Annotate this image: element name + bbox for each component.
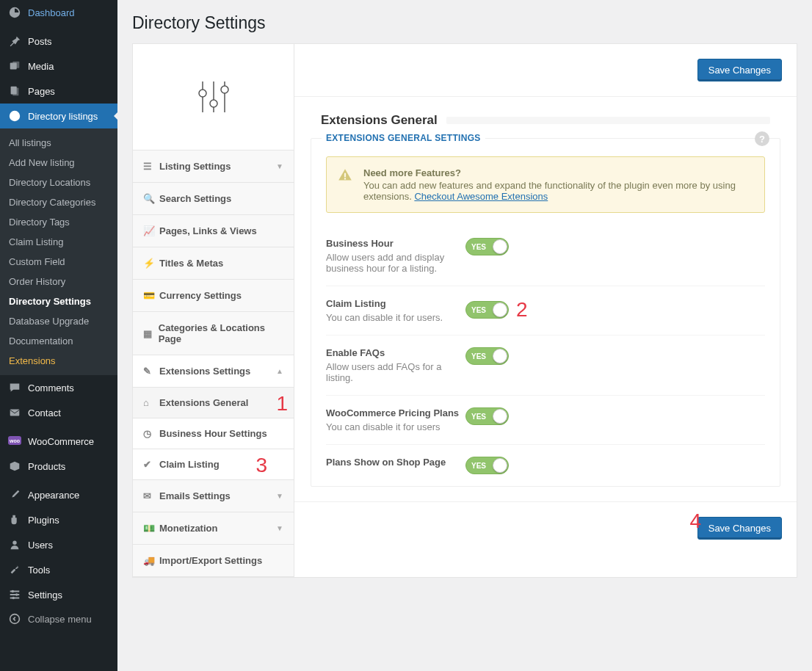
nav-currency-settings[interactable]: 💳Currency Settings (133, 280, 294, 312)
submenu-custom-field[interactable]: Custom Field (0, 252, 117, 272)
svg-point-17 (210, 100, 217, 107)
sidebar-item-settings[interactable]: Settings (0, 582, 117, 607)
mail-icon (7, 406, 22, 419)
submenu-tags[interactable]: Directory Tags (0, 212, 117, 232)
card-icon: 💳 (143, 290, 159, 301)
nav-label: Extensions General (159, 397, 283, 408)
sidebar-item-appearance[interactable]: Appearance (0, 482, 117, 507)
check-icon: ✔ (143, 459, 159, 470)
clock-icon: ◷ (143, 428, 159, 439)
svg-point-16 (199, 90, 206, 97)
sidebar-item-woocommerce[interactable]: wooWooCommerce (0, 429, 117, 454)
svg-point-8 (12, 541, 16, 545)
submenu-extensions[interactable]: Extensions (0, 351, 117, 371)
submenu-locations[interactable]: Directory Locations (0, 173, 117, 192)
nav-label: Import/Export Settings (159, 555, 262, 566)
field-label: Enable FAQsAllow users add FAQs for a li… (326, 347, 465, 383)
nav-label: Search Settings (159, 193, 231, 204)
field-desc: You can disable it for users. (326, 312, 465, 323)
sidebar-item-comments[interactable]: Comments (0, 375, 117, 400)
sidebar-item-label: Tools (28, 565, 50, 576)
sidebar-item-label: Contact (28, 407, 61, 418)
label-text: Enable FAQs (326, 347, 385, 358)
sidebar-item-label: Settings (28, 590, 62, 601)
toggle-plans-shop[interactable]: YES (465, 457, 509, 474)
search-icon: 🔍 (143, 193, 159, 204)
sidebar-item-media[interactable]: Media (0, 54, 117, 79)
field-desc: You can disable it for users (326, 421, 465, 432)
toggle-claim-listing[interactable]: YES (465, 301, 509, 319)
directory-icon (7, 109, 22, 123)
chevron-up-icon: ▲ (276, 367, 283, 375)
envelope-icon: ✉ (143, 490, 159, 501)
sidebar-item-directory-listings[interactable]: Directory listings (0, 104, 117, 128)
field-desc: Allow users add FAQs for a listing. (326, 361, 465, 383)
list-icon: ☰ (143, 161, 159, 172)
toggle-woo-pricing[interactable]: YES (465, 407, 509, 425)
sidebar-item-contact[interactable]: Contact (0, 400, 117, 425)
nav-pages-links[interactable]: 📈Pages, Links & Views (133, 215, 294, 247)
sidebar-item-products[interactable]: Products (0, 454, 117, 479)
sidebar-item-label: Dashboard (28, 7, 75, 18)
toggle-state: YES (471, 413, 486, 421)
svg-point-18 (221, 86, 228, 93)
nav-claim-listing[interactable]: ✔Claim Listing3 (133, 449, 294, 480)
notice-link[interactable]: Checkout Awesome Extensions (414, 191, 548, 202)
submenu-db-upgrade[interactable]: Database Upgrade (0, 311, 117, 331)
submenu-documentation[interactable]: Documentation (0, 331, 117, 351)
field-label: WooCommerce Pricing PlansYou can disable… (326, 407, 465, 432)
submenu-categories[interactable]: Directory Categories (0, 192, 117, 212)
submenu-claim[interactable]: Claim Listing (0, 232, 117, 252)
sidebar-item-dashboard[interactable]: Dashboard (0, 0, 117, 25)
field-label: Plans Show on Shop Page (326, 457, 465, 468)
collapse-menu[interactable]: Collapse menu (0, 607, 117, 631)
sidebar-item-tools[interactable]: Tools (0, 557, 117, 582)
nav-titles-metas[interactable]: ⚡Titles & Metas (133, 247, 294, 280)
main-content: Directory Settings ☰Listing Settings▼ 🔍S… (117, 0, 812, 671)
toggle-knob (493, 239, 507, 254)
nav-import-export[interactable]: 🚚Import/Export Settings (133, 545, 294, 577)
chart-icon: 📈 (143, 225, 159, 236)
nav-label: Claim Listing (159, 459, 283, 470)
toggle-enable-faqs[interactable]: YES (465, 347, 509, 365)
bolt-icon: ⚡ (143, 258, 159, 269)
extensions-general-heading: Extensions General (294, 97, 797, 138)
nav-search-settings[interactable]: 🔍Search Settings (133, 183, 294, 215)
nav-business-hour[interactable]: ◷Business Hour Settings (133, 418, 294, 449)
svg-rect-5 (10, 410, 20, 416)
toggle-state: YES (471, 306, 486, 314)
nav-extensions-settings[interactable]: ✎Extensions Settings▲ (133, 355, 294, 388)
chevron-down-icon: ▼ (276, 162, 283, 170)
comment-icon (7, 381, 22, 394)
nav-label: Listing Settings (159, 161, 231, 172)
grid-icon: ▦ (143, 328, 159, 339)
nav-categories-locations[interactable]: ▦Categories & Locations Page (133, 312, 294, 355)
notice-title: Need more Features? (363, 167, 753, 178)
nav-monetization[interactable]: 💵Monetization▼ (133, 512, 294, 545)
sidebar-item-label: Media (28, 61, 54, 72)
save-button-bottom[interactable]: Save Changes (697, 517, 782, 540)
nav-emails-settings[interactable]: ✉Emails Settings▼ (133, 480, 294, 512)
sidebar-item-plugins[interactable]: Plugins (0, 507, 117, 532)
submenu-order-history[interactable]: Order History (0, 272, 117, 291)
nav-extensions-general[interactable]: ⌂Extensions General1 (133, 388, 294, 418)
sidebar-item-posts[interactable]: Posts (0, 29, 117, 54)
media-icon (7, 59, 22, 73)
settings-nav-header (133, 44, 294, 150)
sidebar-item-label: Directory listings (28, 111, 98, 122)
svg-point-9 (12, 590, 15, 593)
save-button-top[interactable]: Save Changes (697, 59, 782, 81)
sidebar-item-label: Users (28, 540, 53, 551)
field-enable-faqs: Enable FAQsAllow users add FAQs for a li… (326, 336, 765, 396)
submenu-add-new[interactable]: Add New listing (0, 153, 117, 173)
submenu-all-listings[interactable]: All listings (0, 133, 117, 153)
submenu-directory-settings[interactable]: Directory Settings (0, 291, 117, 311)
label-text: Plans Show on Shop Page (326, 457, 446, 468)
help-icon[interactable]: ? (755, 131, 769, 146)
toggle-business-hour[interactable]: YES (465, 238, 509, 255)
sidebar-item-users[interactable]: Users (0, 532, 117, 557)
extensions-general-panel: EXTENSIONS GENERAL SETTINGS ? Need more … (311, 138, 780, 487)
wrench-icon (7, 563, 22, 576)
sidebar-item-pages[interactable]: Pages (0, 79, 117, 104)
nav-listing-settings[interactable]: ☰Listing Settings▼ (133, 150, 294, 183)
